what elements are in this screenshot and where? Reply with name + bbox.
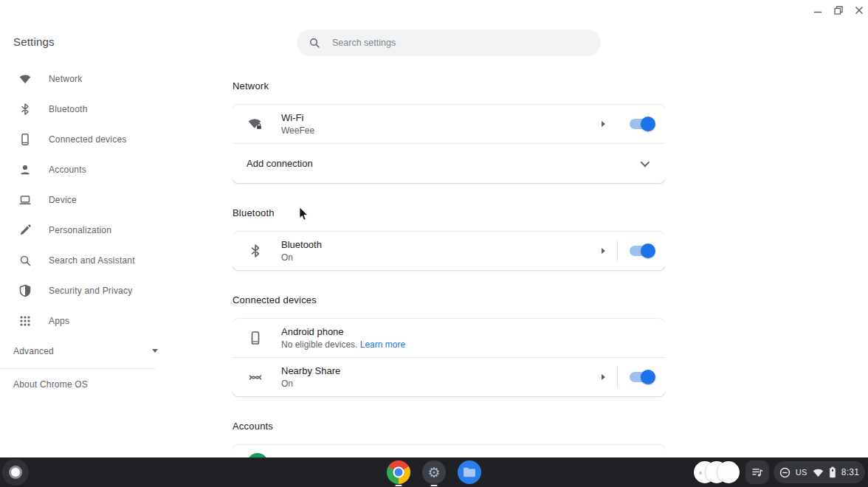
sidebar-item-apps[interactable]: Apps: [0, 305, 171, 336]
minimize-button[interactable]: [812, 4, 824, 16]
notification-card: [717, 461, 740, 483]
advanced-label: Advanced: [13, 346, 54, 356]
android-phone-status: No eligible devices.: [281, 339, 357, 350]
sidebar-item-bluetooth[interactable]: Bluetooth: [0, 94, 171, 124]
search-bar[interactable]: [297, 30, 601, 56]
sidebar-item-label: Accounts: [49, 165, 86, 175]
search-icon: [309, 37, 320, 49]
close-icon: [855, 6, 864, 15]
apps-grid-icon: [18, 314, 32, 328]
sidebar-item-label: Personalization: [49, 225, 111, 235]
sidebar-item-label: Connected devices: [49, 134, 126, 145]
folder-icon: [458, 460, 481, 484]
wifi-toggle[interactable]: [630, 119, 655, 129]
sidebar-item-about-chrome-os[interactable]: About Chrome OS: [0, 369, 171, 399]
sidebar-item-network[interactable]: Network: [0, 63, 171, 94]
sidebar-item-label: Network: [49, 74, 82, 84]
nearby-share-icon: [247, 369, 264, 385]
launcher-button[interactable]: [2, 459, 29, 486]
bluetooth-state: On: [281, 252, 322, 263]
media-controls-button[interactable]: [745, 460, 769, 484]
running-indicator: [396, 485, 402, 486]
sidebar-nav: Network Bluetooth Connected devices Acco…: [0, 63, 171, 399]
sidebar-item-device[interactable]: Device: [0, 184, 171, 215]
shelf: ⚙ US 8:31: [0, 457, 868, 487]
pen-icon: [18, 224, 32, 237]
section-header-bluetooth: Bluetooth: [232, 207, 665, 218]
chrome-app-button[interactable]: [387, 460, 410, 484]
toggle-knob: [641, 244, 655, 258]
network-card: Wi-Fi WeeFee Add connection: [232, 105, 665, 183]
settings-main-content: Network Wi-Fi WeeFee Add connection Blue…: [232, 0, 665, 457]
wifi-lock-icon: [247, 116, 264, 132]
notification-stack[interactable]: [694, 461, 740, 483]
close-button[interactable]: [853, 4, 865, 16]
learn-more-link[interactable]: Learn more: [360, 339, 405, 350]
chevron-down-icon: [152, 349, 158, 353]
files-app-button[interactable]: [458, 460, 481, 484]
do-not-disturb-icon: [779, 467, 790, 478]
laptop-icon: [18, 193, 32, 207]
signed-in-account-row[interactable]: c Currently signed in as cros: [232, 449, 665, 457]
queue-music-icon: [751, 466, 763, 478]
add-connection-label: Add connection: [247, 158, 313, 169]
subpage-arrow-icon[interactable]: [602, 121, 605, 127]
running-indicator: [431, 485, 438, 486]
nearby-share-title: Nearby Share: [281, 365, 340, 376]
sidebar-item-search-assistant[interactable]: Search and Assistant: [0, 245, 171, 275]
row-separator: [617, 113, 618, 135]
restore-button[interactable]: [833, 4, 844, 16]
keyboard-layout-indicator: US: [796, 468, 807, 477]
sidebar-item-security-privacy[interactable]: Security and Privacy: [0, 275, 171, 305]
battery-icon: [829, 466, 836, 478]
wifi-title: Wi-Fi: [281, 112, 314, 123]
wifi-network-name: WeeFee: [281, 125, 314, 136]
section-header-connected-devices: Connected devices: [232, 294, 665, 305]
row-separator: [617, 366, 618, 388]
wifi-status-icon: [813, 468, 824, 477]
accounts-card: c Currently signed in as cros: [232, 445, 665, 457]
connected-devices-card: Android phone No eligible devices. Learn…: [232, 319, 665, 396]
section-header-network: Network: [232, 80, 665, 91]
settings-app-button[interactable]: ⚙: [422, 460, 446, 484]
minimize-icon: [813, 6, 822, 15]
about-label: About Chrome OS: [13, 379, 88, 390]
shelf-apps: ⚙: [387, 460, 481, 484]
window-controls: [812, 4, 865, 16]
phone-icon: [18, 133, 32, 146]
phone-icon: [247, 330, 264, 346]
bluetooth-icon: [247, 243, 264, 259]
wifi-row[interactable]: Wi-Fi WeeFee: [232, 105, 665, 143]
sidebar-item-personalization[interactable]: Personalization: [0, 215, 171, 245]
status-tray[interactable]: US 8:31: [774, 461, 865, 483]
nearby-share-toggle[interactable]: [630, 372, 655, 382]
notification-content-dot: [699, 472, 702, 474]
sidebar-item-label: Apps: [49, 316, 69, 326]
sidebar-item-connected-devices[interactable]: Connected devices: [0, 124, 171, 154]
toggle-knob: [641, 370, 655, 384]
wifi-icon: [18, 72, 32, 86]
toggle-knob: [641, 117, 655, 131]
chrome-icon: [387, 460, 410, 484]
sidebar-item-label: Device: [49, 195, 77, 205]
shield-icon: [18, 284, 32, 297]
sidebar-item-label: Security and Privacy: [49, 286, 132, 296]
add-connection-row[interactable]: Add connection: [232, 144, 665, 183]
expand-chevron-down-icon[interactable]: [641, 158, 650, 167]
clock: 8:31: [841, 467, 860, 477]
sidebar-advanced-expander[interactable]: Advanced: [0, 336, 171, 366]
subpage-arrow-icon[interactable]: [602, 374, 605, 380]
nearby-share-row[interactable]: Nearby Share On: [232, 358, 665, 396]
subpage-arrow-icon[interactable]: [602, 248, 605, 254]
sidebar-item-label: Bluetooth: [49, 104, 88, 114]
sidebar-item-accounts[interactable]: Accounts: [0, 154, 171, 184]
search-input[interactable]: [332, 38, 589, 48]
bluetooth-toggle[interactable]: [630, 246, 655, 256]
gear-icon: ⚙: [422, 460, 446, 484]
bluetooth-row[interactable]: Bluetooth On: [232, 232, 665, 270]
section-header-accounts: Accounts: [232, 421, 665, 432]
sidebar-item-label: Search and Assistant: [49, 255, 135, 266]
page-title: Settings: [13, 35, 55, 48]
launcher-icon: [9, 466, 22, 479]
android-phone-row[interactable]: Android phone No eligible devices. Learn…: [232, 319, 665, 357]
